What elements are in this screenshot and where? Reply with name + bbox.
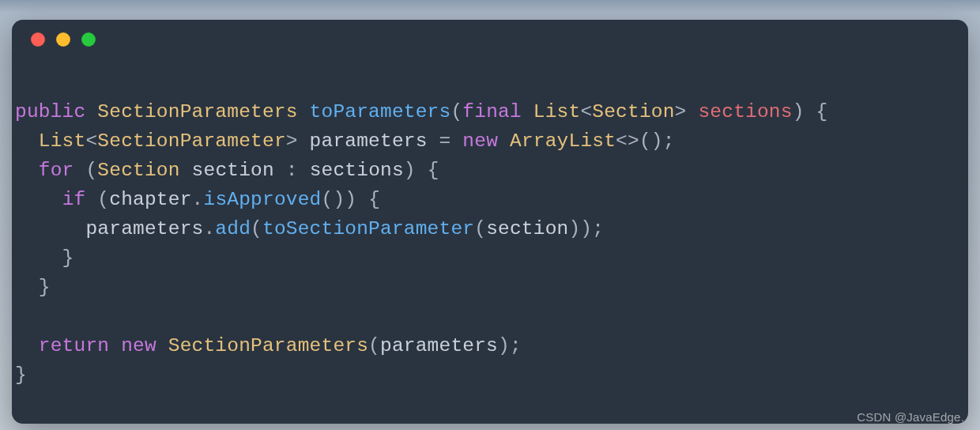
code-token: [15, 160, 39, 181]
code-token: (: [251, 218, 262, 240]
code-token: ()) {: [322, 189, 381, 210]
code-token: new: [462, 130, 510, 152]
code-token: (: [368, 335, 380, 356]
code-token: SectionParameters: [97, 101, 309, 123]
code-token: >: [286, 130, 310, 152]
code-token: }: [15, 364, 27, 386]
code-token: Section: [592, 101, 674, 123]
code-token: SectionParameter: [97, 130, 285, 152]
code-line: List<SectionParameter> parameters = new …: [15, 126, 965, 156]
code-token: );: [498, 335, 522, 356]
code-token: :: [286, 160, 310, 181]
code-token: (: [85, 160, 97, 181]
code-token: chapter: [109, 189, 191, 210]
code-token: ) {: [404, 160, 439, 181]
code-token: parameters: [85, 218, 203, 240]
code-token: ArrayList: [510, 130, 616, 152]
close-icon[interactable]: [31, 32, 45, 47]
code-token: section: [486, 218, 568, 240]
code-token: [15, 130, 39, 152]
code-token: List: [533, 101, 581, 123]
code-token: =: [439, 130, 463, 152]
code-line: }: [15, 243, 965, 273]
code-token: isApproved: [203, 189, 321, 210]
code-line: if (chapter.isApproved()) {: [15, 185, 965, 214]
code-token: <>();: [616, 130, 675, 152]
code-token: [15, 218, 85, 240]
code-block: public SectionParameters toParameters(fi…: [12, 59, 968, 390]
code-token: section: [192, 160, 286, 181]
code-token: [15, 189, 62, 210]
code-token: toParameters: [310, 101, 451, 123]
code-token: Section: [97, 160, 191, 181]
code-token: >: [675, 101, 699, 123]
code-token: .: [203, 218, 215, 240]
window-titlebar: [12, 20, 968, 59]
minimize-icon[interactable]: [56, 32, 70, 47]
code-line: }: [15, 360, 965, 390]
code-line: for (Section section : sections) {: [15, 156, 965, 185]
code-token: .: [192, 189, 204, 210]
code-token: ) {: [793, 101, 828, 123]
code-token: parameters: [380, 335, 498, 356]
code-token: (: [97, 189, 109, 210]
watermark-text: CSDN @JavaEdge.: [857, 410, 964, 424]
code-token: toSectionParameter: [262, 218, 474, 240]
code-token: }: [15, 247, 74, 269]
code-line: return new SectionParameters(parameters)…: [15, 331, 965, 360]
code-line: public SectionParameters toParameters(fi…: [15, 97, 965, 126]
code-token: if: [62, 189, 98, 210]
code-token: SectionParameters: [168, 335, 368, 356]
code-token: (: [450, 101, 462, 123]
code-token: [15, 335, 39, 356]
code-token: }: [15, 277, 51, 298]
code-token: <: [580, 101, 592, 123]
code-line: [15, 302, 965, 331]
code-token: parameters: [310, 130, 439, 152]
code-token: List: [39, 130, 86, 152]
code-token: add: [215, 218, 251, 240]
code-token: (: [474, 218, 486, 240]
code-token: <: [85, 130, 97, 152]
code-token: ));: [568, 218, 604, 240]
zoom-icon[interactable]: [81, 32, 96, 47]
code-token: sections: [310, 160, 404, 181]
code-line: parameters.add(toSectionParameter(sectio…: [15, 214, 965, 243]
code-line: }: [15, 273, 965, 302]
code-token: return new: [39, 335, 168, 356]
code-window: public SectionParameters toParameters(fi…: [12, 20, 968, 424]
code-token: final: [462, 101, 533, 123]
code-token: sections: [698, 101, 792, 123]
code-token: public: [15, 101, 97, 123]
code-token: for: [39, 160, 86, 181]
